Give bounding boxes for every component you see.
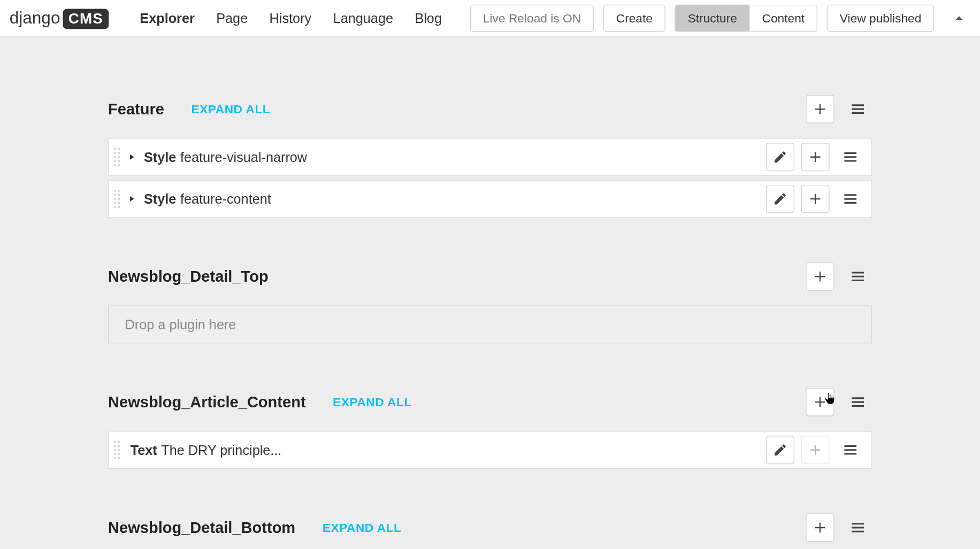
svg-point-5 bbox=[118, 156, 120, 158]
plugin-kind: Style bbox=[144, 150, 176, 165]
placeholder-title: Newsblog_Detail_Bottom bbox=[108, 519, 295, 537]
add-plugin-button[interactable] bbox=[806, 514, 834, 542]
svg-point-4 bbox=[114, 156, 116, 158]
svg-point-12 bbox=[114, 194, 116, 196]
svg-point-7 bbox=[118, 160, 120, 163]
logo-suffix: CMS bbox=[63, 9, 109, 29]
plugin-row[interactable]: Stylefeature-content bbox=[108, 180, 872, 218]
svg-point-26 bbox=[114, 453, 116, 455]
menu-blog[interactable]: Blog bbox=[404, 11, 453, 26]
placeholder-newsblog-detail-bottom: Newsblog_Detail_Bottom EXPAND ALL Snippe… bbox=[108, 514, 872, 549]
hamburger-icon bbox=[843, 149, 859, 165]
placeholder-menu-button[interactable] bbox=[844, 95, 872, 123]
expand-all-link[interactable]: EXPAND ALL bbox=[323, 521, 402, 535]
plugin-label: Stylefeature-visual-narrow bbox=[144, 150, 307, 165]
live-reload-toggle[interactable]: Live Reload is ON bbox=[470, 5, 594, 32]
placeholder-header: Newsblog_Article_Content EXPAND ALL bbox=[108, 388, 872, 416]
view-published-button[interactable]: View published bbox=[827, 5, 934, 32]
plus-icon bbox=[808, 150, 823, 165]
hamburger-icon bbox=[849, 394, 866, 410]
drag-handle[interactable] bbox=[109, 181, 125, 217]
chevron-up-icon bbox=[953, 12, 966, 25]
grip-icon bbox=[113, 147, 121, 167]
svg-point-22 bbox=[114, 445, 116, 447]
svg-point-3 bbox=[118, 152, 120, 154]
plus-icon bbox=[813, 521, 828, 536]
svg-point-13 bbox=[118, 194, 120, 196]
edit-plugin-button[interactable] bbox=[766, 185, 794, 213]
placeholder-header: Newsblog_Detail_Top bbox=[108, 262, 872, 291]
expand-toggle[interactable] bbox=[125, 195, 139, 203]
hamburger-icon bbox=[843, 442, 859, 458]
svg-point-2 bbox=[114, 152, 116, 154]
expand-toggle[interactable] bbox=[125, 153, 139, 161]
drop-zone[interactable]: Drop a plugin here bbox=[108, 306, 872, 344]
placeholder-menu-button[interactable] bbox=[844, 388, 872, 416]
content-tab[interactable]: Content bbox=[750, 5, 817, 32]
plugin-menu-button[interactable] bbox=[836, 185, 864, 213]
add-child-plugin-button[interactable] bbox=[801, 143, 830, 172]
svg-point-16 bbox=[114, 202, 116, 204]
svg-point-24 bbox=[114, 449, 116, 451]
placeholder-title: Newsblog_Article_Content bbox=[108, 393, 306, 412]
plus-icon bbox=[808, 443, 823, 458]
add-plugin-button[interactable] bbox=[806, 95, 834, 123]
placeholder-newsblog-detail-top: Newsblog_Detail_Top Drop a plugin here bbox=[108, 262, 872, 344]
plus-icon bbox=[813, 102, 828, 117]
placeholder-newsblog-article-content: Newsblog_Article_Content EXPAND ALL Text… bbox=[108, 388, 872, 469]
svg-point-23 bbox=[118, 445, 120, 447]
svg-point-6 bbox=[114, 160, 116, 163]
placeholder-menu-button[interactable] bbox=[844, 514, 872, 542]
menu-history[interactable]: History bbox=[258, 11, 322, 26]
edit-plugin-button[interactable] bbox=[766, 436, 794, 465]
structure-tab[interactable]: Structure bbox=[675, 5, 750, 32]
svg-point-1 bbox=[118, 148, 120, 150]
menu-explorer[interactable]: Explorer bbox=[129, 11, 205, 26]
plugin-label: Stylefeature-content bbox=[144, 191, 271, 207]
svg-point-8 bbox=[114, 164, 116, 166]
pencil-icon bbox=[773, 192, 788, 207]
pencil-icon bbox=[773, 443, 788, 458]
structure-board: Feature EXPAND ALL bbox=[0, 37, 980, 548]
plus-icon bbox=[808, 192, 823, 207]
collapse-toolbar-button[interactable] bbox=[948, 0, 971, 37]
menu-language[interactable]: Language bbox=[322, 11, 404, 26]
plugin-row[interactable]: Stylefeature-visual-narrow bbox=[108, 138, 872, 176]
edit-plugin-button[interactable] bbox=[766, 143, 794, 172]
plugin-row[interactable]: TextThe DRY principle... bbox=[108, 431, 872, 469]
placeholder-feature: Feature EXPAND ALL bbox=[108, 95, 872, 218]
add-child-plugin-button[interactable] bbox=[801, 185, 830, 213]
toolbar: django CMS Explorer Page History Languag… bbox=[0, 0, 980, 37]
svg-point-14 bbox=[114, 198, 116, 200]
view-mode-toggle: Structure Content bbox=[675, 5, 818, 32]
plugin-menu-button[interactable] bbox=[836, 436, 864, 465]
plus-icon bbox=[813, 269, 828, 284]
drag-handle[interactable] bbox=[109, 139, 125, 175]
drag-handle[interactable] bbox=[109, 432, 125, 468]
hamburger-icon bbox=[849, 269, 866, 285]
logo[interactable]: django CMS bbox=[10, 8, 109, 29]
svg-point-28 bbox=[114, 457, 116, 459]
logo-prefix: django bbox=[10, 8, 60, 28]
placeholder-title: Feature bbox=[108, 100, 164, 119]
add-plugin-button[interactable] bbox=[806, 262, 834, 291]
plugin-kind: Text bbox=[131, 443, 157, 458]
add-plugin-button[interactable] bbox=[806, 388, 834, 416]
plugin-menu-button[interactable] bbox=[836, 143, 864, 172]
placeholder-header: Feature EXPAND ALL bbox=[108, 95, 872, 123]
svg-point-0 bbox=[114, 148, 116, 150]
plugin-label: TextThe DRY principle... bbox=[131, 443, 282, 458]
menu-page[interactable]: Page bbox=[205, 11, 258, 26]
svg-point-29 bbox=[118, 457, 120, 459]
create-button[interactable]: Create bbox=[603, 5, 665, 32]
expand-all-link[interactable]: EXPAND ALL bbox=[333, 395, 412, 409]
svg-point-10 bbox=[114, 190, 116, 192]
svg-point-25 bbox=[118, 449, 120, 451]
triangle-right-icon bbox=[128, 153, 136, 161]
hamburger-icon bbox=[849, 520, 866, 536]
expand-all-link[interactable]: EXPAND ALL bbox=[191, 102, 270, 117]
placeholder-menu-button[interactable] bbox=[844, 262, 872, 291]
plugin-kind: Style bbox=[144, 191, 176, 206]
svg-point-9 bbox=[118, 164, 120, 166]
svg-point-21 bbox=[118, 441, 120, 443]
